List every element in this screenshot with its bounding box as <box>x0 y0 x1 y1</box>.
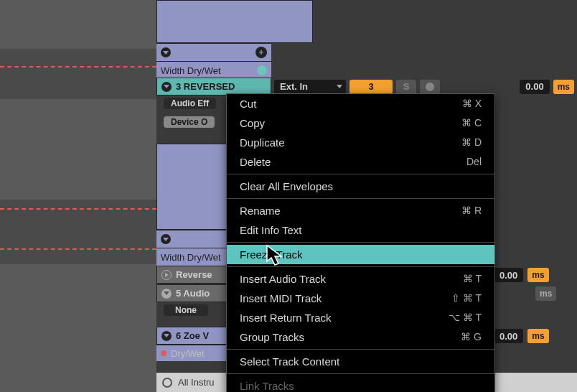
arm-button[interactable] <box>420 80 440 94</box>
ms-unit-button[interactable]: ms <box>527 329 548 343</box>
fold-toggle-icon[interactable] <box>161 331 172 341</box>
track-name: 3 REVERSED <box>176 81 235 92</box>
play-icon[interactable] <box>161 270 172 280</box>
clip-region[interactable] <box>156 0 313 43</box>
menu-delete[interactable]: DeleteDel <box>227 152 494 172</box>
track-name: Reverse <box>176 269 212 280</box>
menu-insert-midi[interactable]: Insert MIDI Track⇧ ⌘ T <box>227 289 494 308</box>
ms-unit-button[interactable]: ms <box>535 286 556 301</box>
menu-cut[interactable]: Cut⌘ X <box>227 94 494 113</box>
param-selector[interactable]: Width Dry/Wet <box>156 61 271 79</box>
menu-duplicate[interactable]: Duplicate⌘ D <box>227 133 494 152</box>
menu-separator <box>227 266 494 267</box>
record-dot-icon <box>426 83 434 91</box>
menu-rename[interactable]: Rename⌘ R <box>227 201 494 220</box>
menu-select-track-content[interactable]: Select Track Content <box>227 352 494 371</box>
menu-link-tracks[interactable]: Link Tracks <box>227 376 494 392</box>
none-pill[interactable]: None <box>164 304 208 316</box>
automation-toggle-row: + <box>156 43 271 61</box>
ms-unit-button[interactable]: ms <box>553 80 574 94</box>
menu-clear-envelopes[interactable]: Clear All Envelopes <box>227 177 494 196</box>
delay-field[interactable]: 0.00 <box>494 329 523 343</box>
menu-insert-audio[interactable]: Insert Audio Track⌘ T <box>227 269 494 289</box>
solo-button[interactable]: S <box>396 80 416 94</box>
track-activator-button[interactable]: 3 <box>350 80 393 94</box>
device-led-icon[interactable] <box>162 378 172 388</box>
value-row: 0.00 ms <box>494 268 549 282</box>
automation-indicator-icon <box>161 350 166 356</box>
automation-led-icon[interactable] <box>257 65 267 75</box>
collapse-toggle-icon[interactable] <box>161 234 171 244</box>
param-label: Dry/Wet <box>171 348 205 359</box>
ms-unit-button[interactable]: ms <box>527 268 548 282</box>
audio-effects-pill[interactable]: Audio Eff <box>164 98 216 109</box>
param-label: Width Dry/Wet <box>161 65 221 76</box>
menu-edit-info[interactable]: Edit Info Text <box>227 220 494 240</box>
menu-copy[interactable]: Copy⌘ C <box>227 113 494 133</box>
menu-insert-return[interactable]: Insert Return Track⌥ ⌘ T <box>227 308 494 327</box>
device-chain: Device O <box>164 116 215 128</box>
add-automation-button[interactable]: + <box>255 47 267 58</box>
menu-freeze-track[interactable]: Freeze Track <box>227 245 494 264</box>
device-chain: None <box>164 304 208 316</box>
param-label: Width Dry/Wet <box>161 252 221 263</box>
fold-toggle-icon[interactable] <box>161 82 172 92</box>
device-browser-label: All Instru <box>178 377 215 388</box>
track-delay-field[interactable]: 0.00 <box>520 80 549 94</box>
menu-group-tracks[interactable]: Group Tracks⌘ G <box>227 327 494 347</box>
device-chain: Audio Eff <box>164 98 216 109</box>
menu-separator <box>227 174 494 174</box>
automation-lane[interactable] <box>0 49 156 99</box>
value-row: 0.00 ms <box>494 329 549 343</box>
track-name: 5 Audio <box>176 288 210 299</box>
menu-separator <box>227 242 494 243</box>
collapse-toggle-icon[interactable] <box>161 47 171 57</box>
fold-toggle-icon[interactable] <box>161 289 172 299</box>
value-row: ms <box>535 286 556 301</box>
input-type-dropdown[interactable]: Ext. In <box>274 80 346 94</box>
automation-lane[interactable] <box>0 200 156 264</box>
menu-separator <box>227 373 494 374</box>
device-pill[interactable]: Device O <box>164 116 215 128</box>
delay-field[interactable]: 0.00 <box>494 268 523 282</box>
menu-separator <box>227 349 494 350</box>
track-name: 6 Zoe V <box>176 330 209 341</box>
menu-separator <box>227 198 494 199</box>
track-context-menu: Cut⌘ X Copy⌘ C Duplicate⌘ D DeleteDel Cl… <box>226 93 495 392</box>
